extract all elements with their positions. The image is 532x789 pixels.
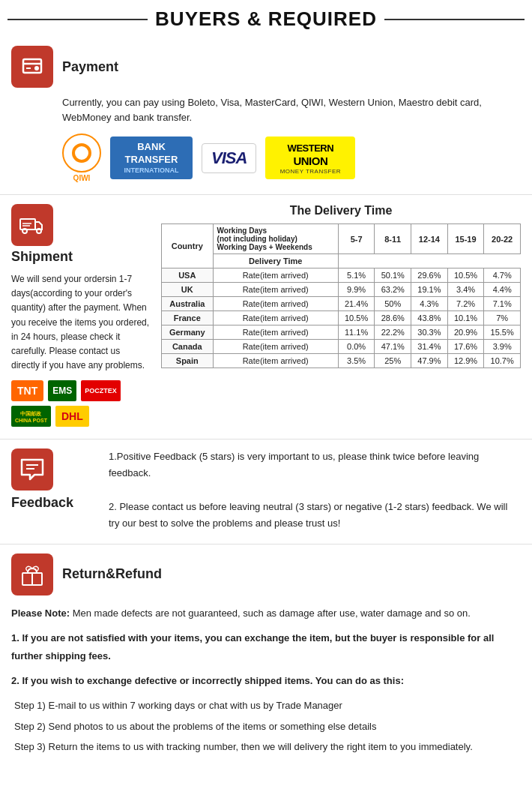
rate-c2: 63.2% xyxy=(375,283,411,297)
country-cell: UK xyxy=(162,283,214,297)
rate-c2: 28.6% xyxy=(375,311,411,326)
rate-c5: 3.9% xyxy=(484,340,521,354)
return-svg-icon xyxy=(20,562,44,586)
rate-c1: 5.1% xyxy=(338,268,375,283)
payment-section: Payment Currently, you can pay using Bol… xyxy=(0,37,532,195)
western-union-main: WESTERN WESTERN UNION UNION xyxy=(273,141,348,168)
rate-label-cell: Rate(item arrived) xyxy=(213,326,338,340)
payment-svg-icon xyxy=(20,55,44,79)
bank-transfer-main: BANK TRANSFER xyxy=(118,141,185,166)
rate-c4: 12.9% xyxy=(447,354,484,368)
col-header-delivery-time: Delivery Time xyxy=(213,254,338,268)
table-row: France Rate(item arrived) 10.5% 28.6% 43… xyxy=(162,311,521,326)
shipment-svg-icon xyxy=(19,214,45,236)
rate-c1: 0.0% xyxy=(338,340,375,354)
country-cell: Germany xyxy=(162,326,214,340)
shipment-section: Shipment We will send your ordersin 1-7 … xyxy=(0,195,532,440)
return-point2: 2. If you wish to exchange defective or … xyxy=(11,672,521,689)
western-union-logo: WESTERN WESTERN UNION UNION MONEY TRANSF… xyxy=(265,136,355,179)
rate-c3: 47.9% xyxy=(411,354,448,368)
payment-header: Payment xyxy=(11,46,521,88)
feedback-point1: 1.Positive Feedback (5 stars) is very im… xyxy=(109,448,521,482)
feedback-icon xyxy=(11,448,53,490)
table-row: Germany Rate(item arrived) 11.1% 22.2% 3… xyxy=(162,326,521,340)
rate-c3: 4.3% xyxy=(411,297,448,311)
rate-c4: 20.9% xyxy=(447,326,484,340)
rate-c5: 7% xyxy=(484,311,521,326)
page-header: BUYERS & REQUIRED xyxy=(0,0,532,37)
rate-c2: 22.2% xyxy=(375,326,411,340)
page-title: BUYERS & REQUIRED xyxy=(155,8,377,31)
shipment-header: Shipment xyxy=(11,204,150,265)
shipment-body-text: We will send your ordersin 1-7 days(acco… xyxy=(11,272,150,373)
rate-c2: 50.1% xyxy=(375,268,411,283)
svg-rect-0 xyxy=(23,59,41,73)
table-row: UK Rate(item arrived) 9.9% 63.2% 19.1% 3… xyxy=(162,283,521,297)
rate-c5: 7.1% xyxy=(484,297,521,311)
return-icon xyxy=(11,554,53,596)
rate-c4: 3.4% xyxy=(447,283,484,297)
rate-c3: 30.3% xyxy=(411,326,448,340)
pocztex-logo: POCZTEX xyxy=(81,380,121,401)
rate-c4: 10.1% xyxy=(447,311,484,326)
dhl-logo: DHL xyxy=(55,406,89,427)
table-row: Canada Rate(item arrived) 0.0% 47.1% 31.… xyxy=(162,340,521,354)
shipment-content: Shipment We will send your ordersin 1-7 … xyxy=(11,204,521,427)
rate-c3: 19.1% xyxy=(411,283,448,297)
payment-description: Currently, you can pay using Boleto, Vis… xyxy=(62,95,521,124)
rate-label-cell: Rate(item arrived) xyxy=(213,340,338,354)
country-cell: France xyxy=(162,311,214,326)
bank-transfer-sub: INTERNATIONAL xyxy=(118,166,185,176)
delivery-title: The Delivery Time xyxy=(161,204,521,218)
feedback-left: Feedback xyxy=(11,448,97,531)
rate-c5: 4.7% xyxy=(484,268,521,283)
return-header: Return&Refund xyxy=(11,554,521,596)
rate-c1: 9.9% xyxy=(338,283,375,297)
feedback-content: Feedback 1.Positive Feedback (5 stars) i… xyxy=(11,448,521,531)
return-point1: 1. If you are not satisfied with your it… xyxy=(11,629,521,664)
feedback-svg-icon xyxy=(19,458,45,481)
visa-logo: VISA xyxy=(202,143,256,173)
tnt-logo: TNT xyxy=(11,380,43,401)
feedback-section: Feedback 1.Positive Feedback (5 stars) i… xyxy=(0,440,532,544)
rate-label-cell: Rate(item arrived) xyxy=(213,283,338,297)
western-union-sub: MONEY TRANSFER xyxy=(273,168,348,175)
country-cell: Spain xyxy=(162,354,214,368)
rate-c2: 25% xyxy=(375,354,411,368)
rate-c3: 43.8% xyxy=(411,311,448,326)
shipment-title: Shipment xyxy=(11,249,73,265)
return-note-label: Please Note: xyxy=(11,608,70,619)
rate-c3: 31.4% xyxy=(411,340,448,354)
return-note: Please Note: Men made defects are not gu… xyxy=(11,604,521,622)
rate-c2: 50% xyxy=(375,297,411,311)
svg-point-5 xyxy=(22,229,27,233)
bank-transfer-logo: BANK TRANSFER INTERNATIONAL xyxy=(110,136,193,179)
rate-c1: 11.1% xyxy=(338,326,375,340)
col-header-15-19: 15-19 xyxy=(447,224,484,254)
qiwi-logo: QIWI xyxy=(62,134,101,182)
payment-title: Payment xyxy=(62,59,118,75)
rate-c5: 15.5% xyxy=(484,326,521,340)
return-step2: Step 2) Send photos to us about the prob… xyxy=(14,718,521,735)
ems-logo: EMS xyxy=(48,380,76,401)
rate-label-cell: Rate(item arrived) xyxy=(213,297,338,311)
feedback-point2: 2. Please contact us before leaving neut… xyxy=(109,499,521,532)
rate-label-cell: Rate(item arrived) xyxy=(213,354,338,368)
payment-logos: QIWI BANK TRANSFER INTERNATIONAL VISA WE… xyxy=(62,134,521,182)
table-row: USA Rate(item arrived) 5.1% 50.1% 29.6% … xyxy=(162,268,521,283)
return-point2-label: 2. If you wish to exchange defective or … xyxy=(11,675,404,686)
country-cell: Australia xyxy=(162,297,214,311)
return-text: Please Note: Men made defects are not gu… xyxy=(11,604,521,756)
col-header-12-14: 12-14 xyxy=(411,224,448,254)
col-header-country: Country xyxy=(162,224,214,268)
svg-point-3 xyxy=(34,66,39,70)
qiwi-label: QIWI xyxy=(62,174,101,182)
rate-c1: 3.5% xyxy=(338,354,375,368)
carrier-logos: TNT EMS POCZTEX 中国邮政CHINA POST DHL xyxy=(11,380,150,427)
svg-rect-4 xyxy=(20,219,35,230)
return-step3: Step 3) Return the items to us with trac… xyxy=(14,738,521,755)
return-note-text: Men made defects are not guaranteed, suc… xyxy=(70,608,471,619)
rate-c4: 17.6% xyxy=(447,340,484,354)
return-refund-section: Return&Refund Please Note: Men made defe… xyxy=(0,544,532,771)
rate-c1: 21.4% xyxy=(338,297,375,311)
